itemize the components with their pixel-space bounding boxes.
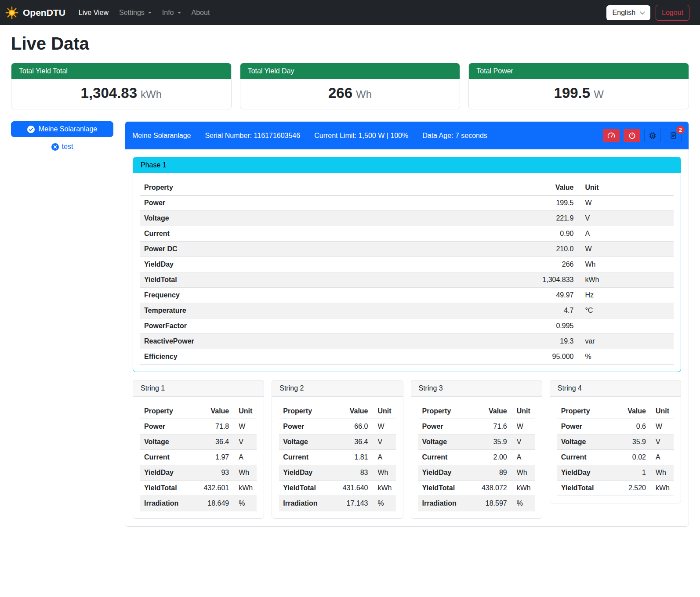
table-header-row: Property Value Unit <box>418 404 535 419</box>
row-property: Current <box>140 226 492 242</box>
phase-title: Phase 1 <box>133 157 681 173</box>
chevron-down-icon <box>178 12 181 14</box>
table-row: YieldTotal 431.640 kWh <box>279 481 395 496</box>
column-unit: Unit <box>577 180 674 195</box>
row-property: YieldTotal <box>140 272 492 288</box>
x-circle-icon <box>51 143 59 151</box>
phase-1-card: Phase 1 Property Value Unit <box>133 157 681 372</box>
nav-live-view[interactable]: Live View <box>75 5 112 20</box>
string-2-table: Property Value Unit Power <box>279 404 395 511</box>
sidebar-item-meine-solaranlage[interactable]: Meine Solaranlage <box>11 121 113 137</box>
string-table-body: Power 0.6 W Voltage 35.9 V <box>557 419 674 496</box>
row-property: Voltage <box>279 434 338 450</box>
language-select[interactable]: English <box>606 5 650 20</box>
table-row: Power 66.0 W <box>279 419 395 434</box>
summary-cards-row: Total Yield Total 1,304.83kWh Total Yiel… <box>11 63 689 109</box>
string-title: String 1 <box>133 380 264 397</box>
total-power-card: Total Power 199.5W <box>468 63 689 109</box>
column-property: Property <box>140 180 492 195</box>
row-value: 71.8 <box>199 419 233 434</box>
panel-actions: 2 <box>603 129 682 142</box>
row-value: 17.143 <box>339 496 372 511</box>
row-value: 95.000 <box>492 349 577 365</box>
nav-about[interactable]: About <box>188 5 214 20</box>
logout-button[interactable]: Logout <box>656 5 689 21</box>
chevron-down-icon <box>640 9 645 14</box>
row-property: Irradiation <box>279 496 338 511</box>
table-row: Power 0.6 W <box>557 419 674 434</box>
row-unit: kWh <box>650 481 674 496</box>
language-select-value: English <box>613 9 635 17</box>
string-3-table: Property Value Unit Power <box>418 404 535 511</box>
row-value: 199.5 <box>492 195 577 211</box>
inverter-name: Meine Solaranlage <box>132 132 191 140</box>
row-value: 18.597 <box>478 496 511 511</box>
row-property: Power <box>140 419 199 434</box>
row-value: 36.4 <box>339 434 372 450</box>
row-value: 266 <box>492 257 577 272</box>
table-row: Current 0.02 A <box>557 450 674 465</box>
row-unit <box>577 318 674 334</box>
row-property: Voltage <box>140 434 199 450</box>
row-property: Frequency <box>140 288 492 303</box>
sidebar-item-test[interactable]: test <box>51 143 73 151</box>
row-unit: kWh <box>233 481 257 496</box>
row-unit: kWh <box>511 481 535 496</box>
column-property: Property <box>279 404 338 419</box>
navbar-right: English Logout <box>606 5 689 21</box>
sun-icon <box>5 6 18 19</box>
row-unit: Wh <box>372 465 396 481</box>
table-row: Voltage 36.4 V <box>279 434 395 450</box>
card-value: 1,304.83 <box>81 85 137 101</box>
cpu-icon <box>649 132 656 140</box>
table-row: Current 1.81 A <box>279 450 395 465</box>
row-unit: A <box>372 450 396 465</box>
card-value: 266 <box>328 85 352 101</box>
table-header-row: Property Value Unit <box>279 404 395 419</box>
main-content: Live Data Total Yield Total 1,304.83kWh … <box>0 34 700 539</box>
column-value: Value <box>620 404 650 419</box>
row-property: YieldTotal <box>557 481 620 496</box>
column-property: Property <box>418 404 478 419</box>
row-value: 0.90 <box>492 226 577 242</box>
brand[interactable]: OpenDTU <box>5 6 65 19</box>
row-property: Power <box>557 419 620 434</box>
string-table-body: Power 71.8 W Voltage 36.4 V <box>140 419 257 511</box>
row-value: 432.601 <box>199 481 233 496</box>
nav-settings[interactable]: Settings <box>116 5 155 20</box>
row-value: 93 <box>199 465 233 481</box>
power-toggle-button[interactable] <box>624 129 640 142</box>
card-unit: W <box>594 88 604 100</box>
row-property: Power <box>418 419 478 434</box>
total-yield-day-card: Total Yield Day 266Wh <box>240 63 461 109</box>
limit-settings-button[interactable] <box>603 129 620 142</box>
row-property: YieldTotal <box>140 481 199 496</box>
row-value: 49.97 <box>492 288 577 303</box>
row-property: Current <box>418 450 478 465</box>
device-info-button[interactable] <box>644 129 661 142</box>
event-log-button[interactable]: 2 <box>665 129 682 142</box>
current-limit: Current Limit: 1,500 W | 100% <box>314 132 408 140</box>
table-row: Efficiency 95.000 % <box>140 349 674 365</box>
table-row: Current 2.00 A <box>418 450 535 465</box>
journal-icon <box>670 132 677 139</box>
row-property: ReactivePower <box>140 334 492 349</box>
string-table-body: Power 66.0 W Voltage 36.4 V <box>279 419 395 511</box>
table-row: YieldTotal 1,304.833 kWh <box>140 272 674 288</box>
column-property: Property <box>140 404 199 419</box>
row-property: Current <box>557 450 620 465</box>
table-row: Frequency 49.97 Hz <box>140 288 674 303</box>
row-value: 66.0 <box>339 419 372 434</box>
inverter-panel: Meine Solaranlage Serial Number: 1161716… <box>125 121 689 527</box>
row-value: 18.649 <box>199 496 233 511</box>
row-property: Voltage <box>140 211 492 226</box>
row-unit: A <box>650 450 674 465</box>
row-unit: Wh <box>650 465 674 481</box>
nav-live-view-label: Live View <box>79 9 109 17</box>
row-value: 36.4 <box>199 434 233 450</box>
sidebar-item-label: Meine Solaranlage <box>39 125 97 133</box>
row-unit: % <box>233 496 257 511</box>
power-icon <box>628 132 636 139</box>
nav-info[interactable]: Info <box>159 5 185 20</box>
row-unit: % <box>511 496 535 511</box>
